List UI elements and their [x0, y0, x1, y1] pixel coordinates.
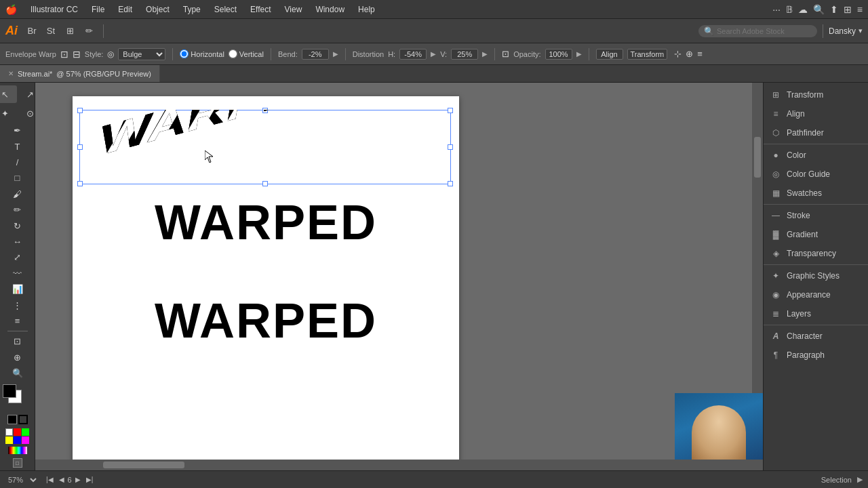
menu-extra-icon[interactable]: ≡: [857, 4, 863, 15]
stock-search-input[interactable]: [717, 27, 812, 35]
magic-wand-tool[interactable]: ✦: [0, 104, 17, 122]
symbol-tool[interactable]: ⋮: [5, 298, 30, 312]
panel-item-color[interactable]: ● Color: [764, 146, 868, 165]
horizontal-radio[interactable]: Horizontal: [180, 49, 224, 58]
v-value[interactable]: 25%: [451, 49, 478, 60]
panel-item-appearance[interactable]: ◉ Appearance: [764, 285, 868, 304]
layout-btn[interactable]: ⊞: [62, 24, 77, 39]
reflect-tool[interactable]: ↔: [5, 235, 30, 249]
panel-item-pathfinder[interactable]: ⬡ Pathfinder: [764, 123, 868, 142]
canvas-area[interactable]: WARPED WARPED: [35, 83, 763, 470]
graph-tool[interactable]: 📊: [5, 282, 30, 296]
stock-btn[interactable]: St: [43, 24, 58, 39]
menu-file[interactable]: File: [86, 3, 110, 16]
icon-btn-right3[interactable]: ≡: [697, 49, 703, 59]
panel-item-align[interactable]: ≡ Align: [764, 104, 868, 123]
yellow-swatch[interactable]: [5, 436, 13, 444]
prev-page-btn[interactable]: ◀: [57, 475, 66, 484]
panel-item-graphic-styles[interactable]: ✦ Graphic Styles: [764, 266, 868, 285]
gradient-bar[interactable]: [8, 447, 27, 455]
h-value[interactable]: -54%: [399, 49, 427, 60]
warp-tool[interactable]: 〰: [5, 266, 30, 281]
paintbrush-tool[interactable]: 🖌: [5, 187, 30, 201]
rotate-tool[interactable]: ↻: [5, 218, 30, 232]
icon-btn-right1[interactable]: ⊹: [674, 49, 682, 59]
search-icon[interactable]: 🔍: [813, 4, 825, 15]
apple-icon[interactable]: 🍎: [5, 4, 17, 15]
pencil-tool[interactable]: ✏: [5, 203, 30, 217]
menu-effect[interactable]: Effect: [245, 3, 276, 16]
column-graph-tool[interactable]: ≡: [5, 314, 30, 328]
menu-illustrator[interactable]: Illustrator CC: [25, 3, 83, 16]
selection-tool[interactable]: ↖: [0, 85, 17, 103]
document-tab[interactable]: ✕ Stream.ai* @ 57% (RGB/GPU Preview): [0, 65, 160, 82]
bridge-btn[interactable]: Br: [24, 24, 39, 39]
arrange-icon[interactable]: ⊞: [844, 4, 852, 15]
last-page-btn[interactable]: ▶|: [84, 475, 96, 484]
stock-search[interactable]: 🔍: [698, 25, 817, 37]
panel-item-gradient[interactable]: ▓ Gradient: [764, 225, 868, 244]
more-icon[interactable]: ···: [772, 4, 781, 15]
vertical-radio[interactable]: Vertical: [229, 49, 264, 58]
green-swatch[interactable]: [22, 428, 29, 436]
paragraph-label: Paragraph: [787, 350, 825, 360]
behance-icon[interactable]: 𝔹: [786, 4, 793, 15]
menu-object[interactable]: Object: [140, 3, 175, 16]
lasso-tool[interactable]: ⊙: [18, 104, 35, 122]
icon-btn-right2[interactable]: ⊕: [686, 49, 693, 59]
menu-type[interactable]: Type: [178, 3, 206, 16]
style-select[interactable]: Bulge Arc Arch Flag Wave Fish Rise Fishe…: [118, 48, 165, 60]
zoom-tool[interactable]: 🔍: [5, 366, 30, 380]
direct-selection-tool[interactable]: ↗: [18, 85, 35, 103]
tab-close-btn[interactable]: ✕: [8, 70, 14, 77]
scale-tool[interactable]: ⤢: [5, 250, 30, 264]
next-page-btn[interactable]: ▶: [73, 475, 83, 484]
status-play-btn[interactable]: ▶: [857, 475, 863, 484]
slice-tool[interactable]: ⊕: [5, 350, 30, 365]
creative-cloud-icon[interactable]: ☁: [798, 4, 808, 15]
transform-btn[interactable]: Transform: [627, 49, 668, 60]
scroll-thumb-h[interactable]: [103, 462, 184, 468]
artboard-tool[interactable]: ⊡: [5, 334, 30, 348]
menu-edit[interactable]: Edit: [113, 3, 138, 16]
user-dropdown-icon[interactable]: ▾: [859, 26, 863, 35]
panel-item-transparency[interactable]: ◈ Transparency: [764, 244, 868, 263]
pen-tool[interactable]: ✒: [5, 123, 30, 138]
zoom-select[interactable]: 57% 100% 200% 50% 25%: [5, 475, 39, 485]
share-icon[interactable]: ⬆: [830, 4, 838, 15]
panel-item-color-guide[interactable]: ◎ Color Guide: [764, 165, 868, 184]
rect-tool[interactable]: □: [5, 171, 30, 185]
opacity-value[interactable]: 100%: [545, 49, 572, 60]
red-swatch[interactable]: [14, 428, 21, 436]
menu-help[interactable]: Help: [353, 3, 380, 16]
panel-item-paragraph[interactable]: ¶ Paragraph: [764, 346, 868, 365]
panel-item-swatches[interactable]: ▦ Swatches: [764, 184, 868, 203]
magenta-swatch[interactable]: [22, 436, 29, 444]
panel-item-character[interactable]: A Character: [764, 327, 868, 346]
panel-item-stroke[interactable]: — Stroke: [764, 206, 868, 225]
blue-swatch[interactable]: [14, 436, 21, 444]
type-tool[interactable]: T: [5, 139, 30, 153]
white-swatch[interactable]: [5, 428, 13, 436]
fill-swatch[interactable]: [7, 415, 17, 424]
v-arrow[interactable]: ▶: [482, 50, 488, 58]
opacity-arrow[interactable]: ▶: [576, 50, 582, 58]
menu-view[interactable]: View: [279, 3, 308, 16]
stroke-swatch[interactable]: [18, 415, 28, 424]
draw-mode-btn[interactable]: □: [13, 458, 22, 468]
h-arrow[interactable]: ▶: [431, 50, 436, 58]
line-tool[interactable]: /: [5, 155, 30, 169]
panel-item-transform[interactable]: ⊞ Transform: [764, 85, 868, 104]
bend-arrow[interactable]: ▶: [333, 50, 338, 58]
menu-window[interactable]: Window: [310, 3, 350, 16]
warped-text-section[interactable]: WARPED WARPED: [79, 110, 446, 181]
foreground-color-swatch[interactable]: [3, 384, 16, 398]
align-btn[interactable]: Align: [596, 49, 623, 60]
menu-select[interactable]: Select: [209, 3, 242, 16]
scroll-thumb-v[interactable]: [754, 137, 761, 178]
bend-value[interactable]: -2%: [302, 49, 329, 60]
scrollbar-horizontal[interactable]: [35, 460, 752, 470]
pen-btn[interactable]: ✏: [81, 24, 96, 39]
first-page-btn[interactable]: |◀: [44, 475, 56, 484]
panel-item-layers[interactable]: ≣ Layers: [764, 304, 868, 323]
